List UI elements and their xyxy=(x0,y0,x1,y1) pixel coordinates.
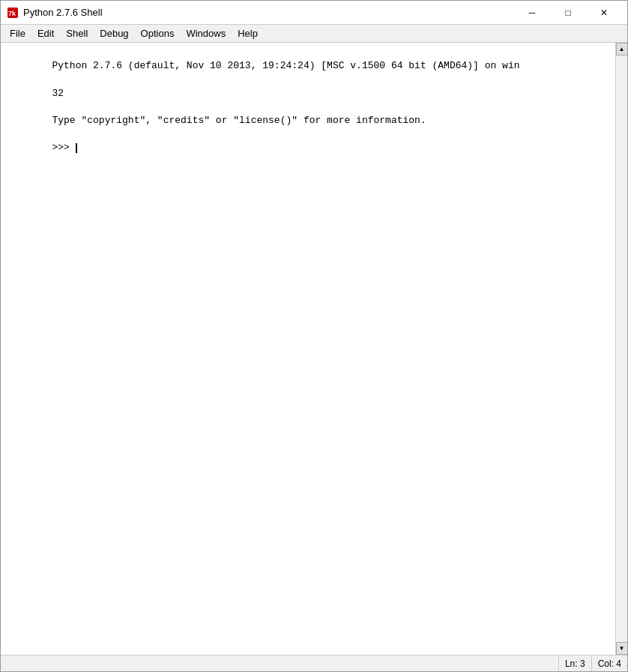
menu-windows[interactable]: Windows xyxy=(180,26,232,42)
python-shell-window: 7k Python 2.7.6 Shell ─ □ ✕ File Edit Sh… xyxy=(0,0,628,672)
scrollbar-track[interactable] xyxy=(616,56,628,642)
app-icon: 7k xyxy=(7,7,19,19)
menu-file[interactable]: File xyxy=(4,26,31,42)
status-line: Ln: 3 xyxy=(558,656,591,671)
menu-help[interactable]: Help xyxy=(232,26,264,42)
scrollbar-vertical: ▲ ▼ xyxy=(615,43,627,655)
status-bar: Ln: 3 Col: 4 xyxy=(1,655,627,671)
shell-wrapper: Python 2.7.6 (default, Nov 10 2013, 19:2… xyxy=(1,43,627,655)
maximize-button[interactable]: □ xyxy=(551,2,585,23)
menu-shell[interactable]: Shell xyxy=(60,26,94,42)
window-controls: ─ □ ✕ xyxy=(515,2,621,23)
menu-bar: File Edit Shell Debug Options Windows He… xyxy=(1,25,627,43)
window-title: Python 2.7.6 Shell xyxy=(23,7,515,18)
scroll-down-arrow[interactable]: ▼ xyxy=(616,642,628,655)
menu-edit[interactable]: Edit xyxy=(31,26,60,42)
shell-content: Python 2.7.6 (default, Nov 10 2013, 19:2… xyxy=(1,43,627,655)
minimize-button[interactable]: ─ xyxy=(515,2,549,23)
menu-options[interactable]: Options xyxy=(135,26,181,42)
cursor xyxy=(76,143,77,153)
scroll-up-arrow[interactable]: ▲ xyxy=(616,43,628,56)
title-bar: 7k Python 2.7.6 Shell ─ □ ✕ xyxy=(1,1,627,25)
shell-output[interactable]: Python 2.7.6 (default, Nov 10 2013, 19:2… xyxy=(1,43,615,655)
svg-text:7k: 7k xyxy=(8,10,16,17)
shell-line1: Python 2.7.6 (default, Nov 10 2013, 19:2… xyxy=(52,60,519,71)
close-button[interactable]: ✕ xyxy=(587,2,621,23)
shell-line3: Type "copyright", "credits" or "license(… xyxy=(52,115,426,126)
status-col: Col: 4 xyxy=(591,656,627,671)
menu-debug[interactable]: Debug xyxy=(94,26,134,42)
shell-line2: 32 xyxy=(52,88,64,99)
shell-prompt: >>> xyxy=(52,142,75,153)
